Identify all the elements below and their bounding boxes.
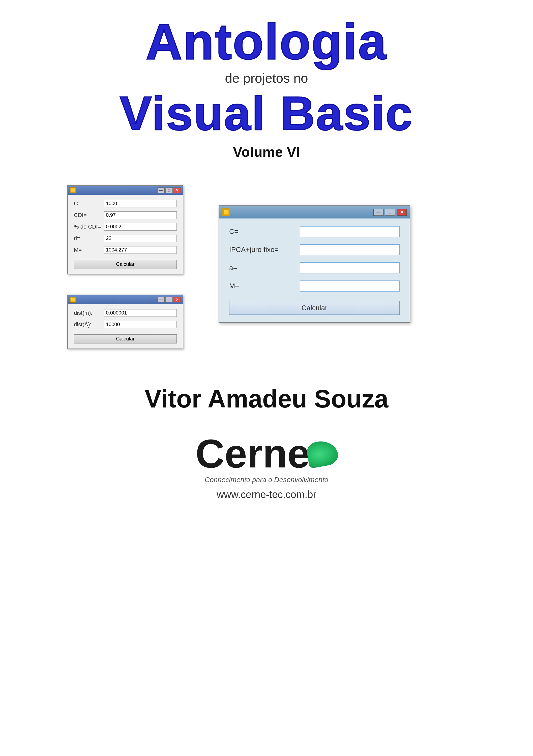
field-row-d: d=	[74, 235, 177, 242]
large-field-row-ipca: IPCA+juro fixo=	[229, 244, 400, 255]
label-dist-m: dist(m):	[74, 310, 101, 316]
author-section: Vitor Amadeu Souza Cerne Conhecimento pa…	[0, 369, 533, 520]
label-c: C=	[74, 200, 101, 207]
label-cdi: CDI=	[74, 212, 101, 219]
window-2-body: dist(m): dist(Å): Calcular	[68, 304, 183, 348]
cerne-url: www.cerne-tec.com.br	[216, 489, 317, 500]
input-dist-a[interactable]	[104, 321, 177, 328]
large-input-c[interactable]	[300, 226, 400, 237]
window-2-controls: — □ ✕	[157, 297, 181, 302]
window-1-icon: 🟨	[70, 187, 76, 193]
large-window-body: C= IPCA+juro fixo= a= M= Calcular	[219, 219, 410, 322]
label-d: d=	[74, 235, 101, 242]
cerne-logo-text: Cerne	[195, 433, 310, 474]
large-input-ipca[interactable]	[300, 244, 400, 255]
large-calcular-button[interactable]: Calcular	[229, 301, 400, 315]
cerne-section: Cerne Conhecimento para o Desenvolviment…	[0, 428, 533, 510]
left-windows: 🟨 — □ ✕ C= CDI= % do CDI=	[67, 185, 183, 349]
large-field-row-m: M=	[229, 281, 400, 291]
field-row-c: C=	[74, 200, 177, 207]
window-1-minimize-button[interactable]: —	[157, 187, 165, 193]
title-volume: Volume VI	[0, 144, 533, 160]
title-subtitle: de projetos no	[0, 70, 533, 86]
window-1-maximize-button[interactable]: □	[166, 187, 173, 193]
title-section: Antologia de projetos no Visual Basic Vo…	[0, 0, 533, 165]
windows-section: 🟨 — □ ✕ C= CDI= % do CDI=	[27, 165, 506, 369]
window-2-titlebar: 🟨 — □ ✕	[68, 295, 183, 304]
small-window-2: 🟨 — □ ✕ dist(m): dist(Å): Calcular	[67, 295, 183, 349]
calcular-button-1[interactable]: Calcular	[74, 260, 177, 269]
large-window-maximize-button[interactable]: □	[385, 209, 395, 216]
window-1-close-button[interactable]: ✕	[174, 187, 181, 193]
large-label-m: M=	[229, 282, 295, 290]
field-row-dist-m: dist(m):	[74, 309, 177, 317]
label-pct-cdi: % do CDI=	[74, 224, 101, 230]
input-d[interactable]	[104, 235, 177, 242]
input-pct-cdi[interactable]	[104, 223, 177, 230]
large-window-icon: 🟨	[222, 208, 230, 216]
label-m: M=	[74, 247, 101, 253]
large-window-controls: — □ ✕	[374, 209, 407, 216]
large-window-titlebar: 🟨 — □ ✕	[219, 206, 410, 219]
input-c[interactable]	[104, 200, 177, 207]
input-cdi[interactable]	[104, 211, 177, 219]
window-2-maximize-button[interactable]: □	[166, 297, 173, 302]
cerne-logo: Cerne	[195, 433, 338, 474]
cerne-tagline: Conhecimento para o Desenvolvimento	[205, 476, 328, 484]
window-2-close-button[interactable]: ✕	[174, 297, 181, 302]
field-row-pct-cdi: % do CDI=	[74, 223, 177, 230]
calcular-button-2[interactable]: Calcular	[74, 335, 177, 343]
large-window: 🟨 — □ ✕ C= IPCA+juro fixo= a= M=	[219, 205, 410, 323]
large-window-minimize-button[interactable]: —	[374, 209, 383, 216]
cerne-leaf-icon	[305, 439, 340, 469]
window-2-minimize-button[interactable]: —	[157, 297, 165, 302]
field-row-cdi: CDI=	[74, 211, 177, 219]
large-field-row-c: C=	[229, 226, 400, 237]
window-1-body: C= CDI= % do CDI= d= M=	[68, 195, 183, 274]
large-input-a[interactable]	[300, 262, 400, 273]
window-1-titlebar: 🟨 — □ ✕	[68, 186, 183, 195]
author-name: Vitor Amadeu Souza	[0, 384, 533, 413]
large-label-a: a=	[229, 264, 295, 272]
large-window-close-button[interactable]: ✕	[397, 209, 407, 216]
large-label-ipca: IPCA+juro fixo=	[229, 246, 295, 254]
title-antologia: Antologia	[0, 15, 533, 68]
large-field-row-a: a=	[229, 262, 400, 273]
field-row-dist-a: dist(Å):	[74, 321, 177, 328]
large-label-c: C=	[229, 228, 295, 236]
large-input-m[interactable]	[300, 281, 400, 291]
title-visual-basic: Visual Basic	[0, 88, 533, 139]
field-row-m: M=	[74, 246, 177, 254]
window-1-controls: — □ ✕	[157, 187, 181, 193]
input-m[interactable]	[104, 246, 177, 254]
small-window-1: 🟨 — □ ✕ C= CDI= % do CDI=	[67, 185, 183, 274]
input-dist-m[interactable]	[104, 309, 177, 317]
label-dist-a: dist(Å):	[74, 321, 101, 328]
window-2-icon: 🟨	[70, 297, 76, 303]
